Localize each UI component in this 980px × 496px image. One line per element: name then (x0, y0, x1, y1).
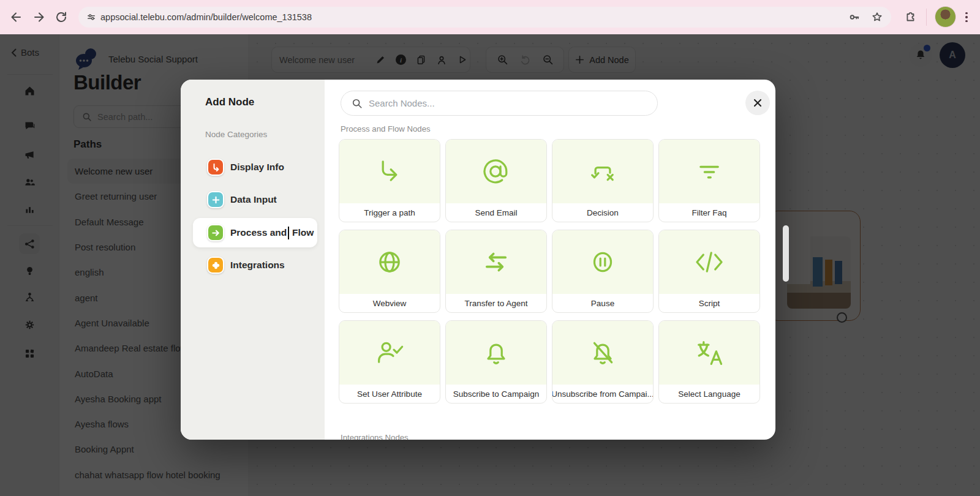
node-search-input[interactable] (369, 98, 632, 108)
node-categories-label: Node Categories (205, 130, 267, 139)
filter-icon (659, 140, 760, 203)
browser-menu-button[interactable] (963, 10, 970, 24)
close-icon (753, 99, 762, 107)
category-integrations[interactable]: Integrations (207, 257, 285, 274)
node-card-unsubscribe-from-campaign[interactable]: Unsubscribe from Campai... (552, 320, 654, 404)
bookmark-star-icon[interactable] (870, 10, 884, 24)
extensions-puzzle-icon[interactable] (903, 10, 917, 24)
node-card-webview[interactable]: Webview (339, 230, 440, 313)
browser-chrome: appsocial.telebu.com/admin/builder/welco… (0, 0, 980, 34)
bell-icon (446, 321, 546, 385)
transfer-arrows-icon (446, 230, 546, 294)
at-email-icon (446, 140, 546, 203)
arrow-right-icon (207, 224, 224, 241)
browser-reload-button[interactable] (54, 10, 69, 24)
modal-close-button[interactable] (745, 91, 770, 115)
category-label: Data Input (230, 194, 277, 205)
code-icon (659, 230, 760, 294)
node-card-select-language[interactable]: Select Language (658, 320, 760, 404)
category-label: Process and Flow (230, 227, 314, 239)
plus-icon (207, 191, 224, 208)
node-card-filter-faq[interactable]: Filter Faq (658, 139, 760, 222)
address-bar[interactable]: appsocial.telebu.com/admin/builder/welco… (78, 7, 891, 28)
node-card-pause[interactable]: Pause (552, 230, 654, 313)
section-title: Process and Flow Nodes (341, 124, 431, 133)
next-section-title: Integrations Nodes (341, 433, 409, 440)
node-card-trigger-a-path[interactable]: Trigger a path (339, 139, 440, 222)
text-caret (288, 227, 289, 239)
node-search-box[interactable] (341, 91, 658, 116)
translate-icon (659, 321, 760, 385)
url-text: appsocial.telebu.com/admin/builder/welco… (100, 12, 312, 22)
reload-icon (54, 10, 69, 24)
back-arrow-icon (9, 10, 23, 24)
node-categories-panel: Add Node Node Categories Display Info Da… (181, 80, 325, 440)
site-info-icon[interactable] (86, 12, 97, 23)
category-label: Display Info (230, 162, 284, 173)
globe-icon (339, 230, 440, 294)
category-data-input[interactable]: Data Input (207, 191, 277, 208)
password-key-icon[interactable] (848, 10, 861, 24)
node-card-decision[interactable]: Decision (552, 139, 654, 222)
category-display-info[interactable]: Display Info (207, 159, 284, 176)
pause-circle-icon (552, 230, 653, 294)
node-card-script[interactable]: Script (658, 230, 760, 313)
category-process-and-flow[interactable]: Process and Flow (207, 224, 314, 241)
node-grid: Trigger a path Send Email Decision Filte… (339, 139, 760, 404)
user-check-icon (339, 321, 440, 385)
puzzle-icon (207, 257, 224, 274)
modal-scrollbar-thumb[interactable] (783, 225, 789, 282)
node-card-set-user-attribute[interactable]: Set User Attribute (339, 320, 440, 404)
branch-arrow-icon (207, 159, 224, 176)
category-label: Integrations (230, 260, 285, 271)
trigger-path-icon (339, 140, 440, 203)
forward-arrow-icon (32, 10, 47, 24)
node-card-send-email[interactable]: Send Email (445, 139, 547, 222)
browser-forward-button[interactable] (32, 10, 47, 24)
node-card-subscribe-to-campaign[interactable]: Subscribe to Campaign (445, 320, 547, 404)
bell-off-icon (552, 321, 653, 385)
decision-check-x-icon (552, 140, 653, 203)
search-icon (352, 98, 363, 109)
node-card-transfer-to-agent[interactable]: Transfer to Agent (445, 230, 547, 313)
browser-back-button[interactable] (9, 10, 23, 24)
browser-profile-avatar[interactable] (935, 6, 956, 28)
chrome-separator (926, 9, 927, 26)
add-node-modal: Add Node Node Categories Display Info Da… (181, 80, 775, 440)
modal-title: Add Node (205, 96, 254, 108)
